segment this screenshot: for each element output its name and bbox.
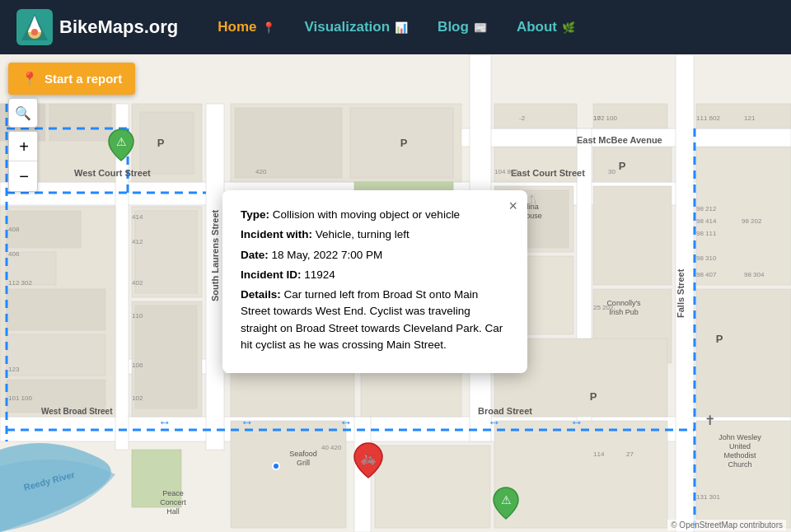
svg-rect-34 bbox=[7, 380, 105, 413]
popup-close-button[interactable]: × bbox=[508, 198, 517, 213]
svg-text:Church: Church bbox=[728, 460, 751, 469]
svg-rect-45 bbox=[593, 147, 672, 182]
svg-text:110: 110 bbox=[132, 312, 143, 320]
incident-popup: × Type: Collision with moving object or … bbox=[222, 190, 527, 373]
logo-icon bbox=[16, 9, 53, 45]
svg-text:East McBee Avenue: East McBee Avenue bbox=[577, 135, 662, 145]
svg-rect-20 bbox=[140, 112, 194, 174]
svg-text:↔: ↔ bbox=[570, 415, 583, 429]
svg-rect-31 bbox=[7, 252, 56, 285]
svg-text:131 301: 131 301 bbox=[696, 493, 720, 501]
svg-text:402: 402 bbox=[132, 279, 143, 287]
nav-home[interactable]: Home 📍 bbox=[203, 0, 289, 54]
start-report-button[interactable]: 📍 Start a report bbox=[8, 63, 135, 95]
home-label: Home bbox=[218, 19, 256, 35]
type-value: Collision with moving object or vehicle bbox=[273, 208, 460, 221]
svg-rect-33 bbox=[7, 334, 105, 376]
svg-rect-38 bbox=[135, 306, 197, 408]
id-value: 11924 bbox=[304, 268, 335, 281]
date-value: 18 May, 2022 7:00 PM bbox=[272, 249, 383, 261]
svg-text:P: P bbox=[400, 137, 408, 149]
svg-text:🚲: 🚲 bbox=[360, 450, 377, 465]
svg-text:✝: ✝ bbox=[704, 413, 715, 427]
incident-date: Date: 18 May, 2022 7:00 PM bbox=[241, 247, 509, 264]
incident-with: Incident with: Vehicle, turning left bbox=[241, 226, 509, 243]
svg-text:Reedy River: Reedy River bbox=[22, 469, 76, 492]
svg-text:412: 412 bbox=[132, 238, 143, 245]
svg-text:Concert: Concert bbox=[160, 498, 186, 506]
svg-rect-57 bbox=[375, 446, 490, 528]
svg-rect-21 bbox=[231, 104, 461, 182]
nav-visualization[interactable]: Visualization 📊 bbox=[290, 0, 424, 54]
svg-rect-55 bbox=[494, 421, 667, 528]
navbar: BikeMaps.org Home 📍 Visualization 📊 Blog… bbox=[0, 0, 791, 54]
svg-text:420: 420 bbox=[255, 168, 267, 175]
logo-area[interactable]: BikeMaps.org bbox=[16, 9, 178, 45]
svg-text:98 202: 98 202 bbox=[742, 217, 762, 225]
svg-text:98 407: 98 407 bbox=[696, 271, 717, 278]
search-button[interactable]: 🔍 bbox=[8, 98, 38, 128]
svg-text:Irish Pub: Irish Pub bbox=[609, 308, 639, 316]
nav-links: Home 📍 Visualization 📊 Blog 📰 About 🌿 bbox=[203, 0, 590, 54]
svg-text:-2: -2 bbox=[519, 114, 526, 122]
search-icon: 🔍 bbox=[15, 105, 31, 121]
svg-rect-9 bbox=[0, 359, 247, 374]
svg-text:↔: ↔ bbox=[488, 415, 501, 429]
svg-text:P: P bbox=[590, 390, 597, 403]
svg-text:Connolly's: Connolly's bbox=[606, 299, 641, 307]
svg-text:102 100: 102 100 bbox=[593, 114, 617, 122]
svg-rect-32 bbox=[7, 289, 105, 330]
svg-rect-52 bbox=[696, 289, 791, 417]
zoom-in-button[interactable]: + bbox=[9, 132, 38, 161]
blog-label: Blog bbox=[438, 19, 469, 35]
svg-text:408: 408 bbox=[8, 226, 20, 233]
svg-rect-23 bbox=[350, 108, 453, 178]
incident-id: Incident ID: 11924 bbox=[241, 267, 509, 283]
svg-rect-35 bbox=[132, 207, 202, 297]
svg-text:104 802: 104 802 bbox=[494, 168, 518, 175]
svg-text:Hall: Hall bbox=[166, 507, 180, 516]
svg-rect-36 bbox=[135, 211, 197, 293]
zoom-out-button[interactable]: − bbox=[9, 161, 38, 191]
svg-text:⚠: ⚠ bbox=[501, 493, 512, 506]
details-label: Details: bbox=[241, 288, 281, 301]
svg-rect-43 bbox=[132, 450, 181, 507]
nav-blog[interactable]: Blog 📰 bbox=[423, 0, 502, 54]
svg-text:98 414: 98 414 bbox=[696, 217, 717, 225]
incident-marker[interactable]: 🚲 bbox=[353, 441, 384, 483]
svg-text:98 310: 98 310 bbox=[696, 254, 717, 262]
svg-rect-19 bbox=[132, 104, 202, 182]
svg-text:↔: ↔ bbox=[158, 415, 171, 429]
type-label: Type: bbox=[241, 208, 269, 221]
svg-text:Falls Street: Falls Street bbox=[676, 268, 686, 318]
svg-text:P: P bbox=[619, 160, 626, 172]
svg-point-98 bbox=[273, 463, 279, 469]
nav-about[interactable]: About 🌿 bbox=[502, 0, 590, 54]
svg-text:112 302: 112 302 bbox=[8, 279, 32, 287]
svg-text:East Court Street: East Court Street bbox=[511, 168, 585, 178]
svg-text:Methodist: Methodist bbox=[723, 451, 756, 460]
map-area[interactable]: ↔ ↔ ↔ ↔ ↔ West Court Street East Court S… bbox=[0, 54, 791, 532]
hazard-marker-top[interactable]: ⚠ bbox=[107, 128, 135, 166]
svg-text:106: 106 bbox=[132, 362, 143, 369]
pin-icon: 📍 bbox=[21, 71, 38, 86]
start-report-label: Start a report bbox=[44, 72, 122, 86]
svg-rect-44 bbox=[494, 147, 577, 182]
date-label: Date: bbox=[241, 249, 269, 261]
svg-text:123: 123 bbox=[8, 366, 20, 373]
svg-text:Grill: Grill bbox=[297, 459, 310, 467]
svg-text:98 212: 98 212 bbox=[696, 205, 717, 212]
svg-rect-26 bbox=[494, 104, 577, 128]
svg-text:98 111: 98 111 bbox=[696, 230, 717, 237]
logo-text: BikeMaps.org bbox=[59, 16, 178, 38]
viz-icon: 📊 bbox=[395, 21, 408, 34]
svg-text:West Broad Street: West Broad Street bbox=[41, 407, 113, 416]
svg-rect-42 bbox=[247, 450, 313, 507]
svg-text:Broad Street: Broad Street bbox=[478, 406, 532, 416]
hazard-marker-bottom[interactable]: ⚠ bbox=[492, 486, 520, 524]
svg-text:98 304: 98 304 bbox=[744, 271, 765, 278]
svg-text:102: 102 bbox=[132, 394, 143, 402]
svg-text:17: 17 bbox=[593, 114, 601, 122]
svg-text:John Wesley: John Wesley bbox=[718, 433, 761, 441]
incident-type: Type: Collision with moving object or ve… bbox=[241, 207, 509, 223]
